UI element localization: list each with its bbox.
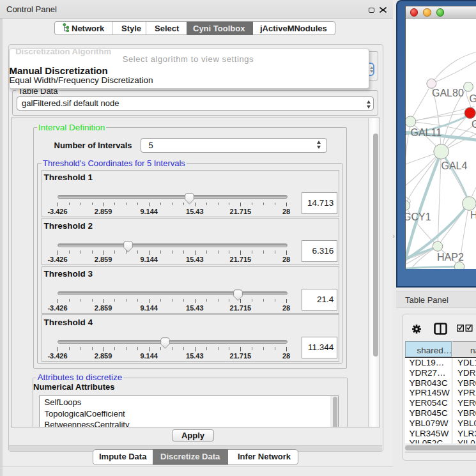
svg-text:H: H bbox=[470, 210, 476, 220]
svg-text:GAL11: GAL11 bbox=[410, 127, 441, 138]
svg-text:GCY1: GCY1 bbox=[406, 211, 431, 222]
svg-text:HAP2: HAP2 bbox=[437, 252, 464, 263]
svg-text:C: C bbox=[472, 119, 476, 130]
svg-text:GAL80: GAL80 bbox=[432, 88, 464, 98]
svg-text:GAL4: GAL4 bbox=[441, 160, 467, 171]
svg-text:GA: GA bbox=[469, 93, 476, 104]
